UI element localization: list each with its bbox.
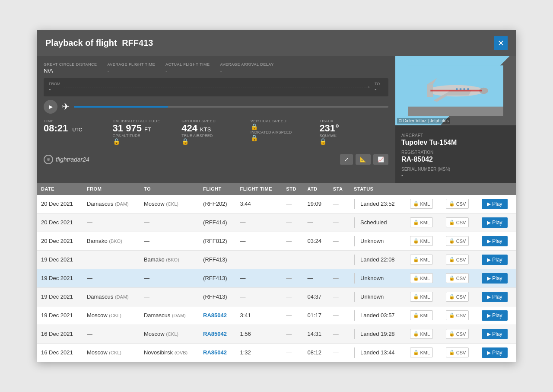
csv-button[interactable]: 🔒 CSV: [446, 292, 469, 302]
kml-button[interactable]: 🔒 KML: [410, 217, 433, 227]
status-text: Landed 23:52: [360, 201, 395, 207]
csv-button[interactable]: 🔒 CSV: [446, 329, 469, 339]
csv-button[interactable]: 🔒 CSV: [446, 236, 469, 246]
kml-button[interactable]: 🔒 KML: [410, 255, 433, 265]
cell-to: Damascus (DAM): [140, 306, 199, 325]
cell-date: 20 Dec 2021: [37, 213, 83, 232]
cell-flight: RA85042: [199, 325, 235, 343]
cell-std: —: [282, 195, 303, 214]
table-row: 20 Dec 2021 Bamako (BKO) — (RFF812) — — …: [37, 232, 516, 250]
true-airspeed-label: TRUE AIRSPEED: [181, 134, 247, 138]
route-to-value: -: [375, 86, 383, 93]
avg-arrival-label: AVERAGE ARRIVAL DELAY: [220, 62, 273, 67]
kml-button[interactable]: 🔒 KML: [410, 329, 433, 339]
route-from-label: FROM: [49, 82, 60, 86]
true-airspeed-lock-icon: 🔒: [181, 138, 247, 145]
cell-play: ▶ Play: [477, 213, 516, 232]
play-button[interactable]: ▶ Play: [482, 310, 508, 321]
vertical-speed-label: VERTICAL SPEED: [251, 119, 316, 123]
chart-button[interactable]: 📈: [373, 154, 388, 165]
squawk-label: SQUAWK: [319, 134, 385, 138]
csv-button[interactable]: 🔒 CSV: [446, 199, 469, 209]
time-block: TIME 08:21 UTC: [44, 117, 113, 135]
kml-lock-icon: 🔒: [413, 238, 419, 244]
cell-date: 19 Dec 2021: [37, 250, 83, 269]
flight-link[interactable]: RA85042: [203, 312, 227, 319]
cell-atd: 03:24: [303, 232, 328, 250]
reset-view-button[interactable]: ⤢: [340, 154, 353, 165]
cell-flight: (RFF413): [199, 250, 235, 269]
cell-atd: —: [303, 250, 328, 269]
play-button[interactable]: ▶ Play: [482, 217, 508, 228]
serial-label: SERIAL NUMBER (MSN): [401, 167, 510, 172]
gps-alt-lock-icon: 🔒: [113, 138, 178, 145]
csv-button[interactable]: 🔒 CSV: [446, 255, 469, 265]
kml-button[interactable]: 🔒 KML: [410, 310, 433, 320]
csv-button[interactable]: 🔒 CSV: [446, 273, 469, 283]
registration-label: REGISTRATION: [401, 150, 510, 155]
cell-to: Moscow (CKL): [140, 195, 199, 214]
calibrated-alt-block: CALIBRATED ALTITUDE 31 975 FT GPS ALTITU…: [113, 117, 182, 147]
cell-to: —: [140, 269, 199, 287]
route-from-value: -: [49, 86, 60, 93]
play-button[interactable]: ▶ Play: [482, 273, 508, 284]
kml-button[interactable]: 🔒 KML: [410, 273, 433, 283]
avg-flight-block: AVERAGE FLIGHT TIME -: [108, 62, 156, 74]
track-label: TRACK: [319, 119, 385, 123]
playback-play-button[interactable]: ▶: [44, 100, 57, 114]
table-row: 19 Dec 2021 Moscow (CKL) Damascus (DAM) …: [37, 306, 516, 325]
flight-link[interactable]: RA85042: [203, 349, 227, 356]
csv-button[interactable]: 🔒 CSV: [446, 217, 469, 227]
kml-button[interactable]: 🔒 KML: [410, 292, 433, 302]
cell-flight-time: 3:41: [236, 306, 282, 325]
registration-value: RA-85042: [401, 156, 510, 163]
play-button[interactable]: ▶ Play: [482, 347, 508, 358]
cell-from: —: [83, 250, 140, 269]
ruler-button[interactable]: 📐: [356, 154, 371, 165]
route-to-section: TO -: [375, 82, 383, 93]
status-text: Landed 03:57: [360, 312, 395, 319]
play-button[interactable]: ▶ Play: [482, 255, 508, 265]
cell-kml: 🔒 KML: [406, 325, 442, 343]
cell-status: Scheduled: [350, 213, 405, 232]
col-atd: ATD: [303, 183, 328, 195]
kml-button[interactable]: 🔒 KML: [410, 236, 433, 246]
cell-sta: —: [329, 250, 350, 269]
flight-number: (RFF413): [203, 275, 227, 281]
indicated-airspeed-lock-icon: 🔒: [251, 134, 316, 141]
telemetry-row: TIME 08:21 UTC CALIBRATED ALTITUDE 31 97…: [44, 117, 388, 147]
cell-from: Damascus (DAM): [83, 195, 140, 214]
status-text: Scheduled: [360, 219, 387, 226]
kml-lock-icon: 🔒: [413, 331, 419, 337]
progress-bar[interactable]: [74, 106, 388, 108]
cell-to: Bamako (BKO): [140, 250, 199, 269]
col-flight: FLIGHT: [199, 183, 235, 195]
playback-controls: ▶ ✈: [44, 100, 388, 114]
cell-std: —: [282, 250, 303, 269]
csv-lock-icon: 🔒: [449, 257, 455, 262]
cell-status: Landed 19:28: [350, 325, 405, 343]
play-button[interactable]: ▶ Play: [482, 199, 508, 209]
csv-button[interactable]: 🔒 CSV: [446, 347, 469, 357]
calibrated-alt-value: 31 975 FT: [113, 123, 178, 134]
cell-csv: 🔒 CSV: [442, 287, 477, 306]
play-button[interactable]: ▶ Play: [482, 236, 508, 246]
cell-play: ▶ Play: [477, 325, 516, 343]
play-button[interactable]: ▶ Play: [482, 292, 508, 302]
kml-button[interactable]: 🔒 KML: [410, 199, 433, 209]
status-text: Unknown: [360, 238, 384, 244]
route-arrow: →: [64, 83, 372, 92]
cell-play: ▶ Play: [477, 306, 516, 325]
play-button[interactable]: ▶ Play: [482, 329, 508, 339]
cell-flight-time: —: [236, 232, 282, 250]
kml-button[interactable]: 🔒 KML: [410, 347, 433, 357]
cell-atd: —: [303, 269, 328, 287]
table-row: 19 Dec 2021 — Bamako (BKO) (RFF413) — — …: [37, 250, 516, 269]
csv-button[interactable]: 🔒 CSV: [446, 310, 469, 320]
cell-std: —: [282, 213, 303, 232]
close-button[interactable]: ✕: [494, 36, 508, 50]
flight-number: RFF413: [122, 38, 153, 48]
cell-from: —: [83, 269, 140, 287]
flight-link[interactable]: RA85042: [203, 331, 227, 337]
cell-atd: 01:17: [303, 306, 328, 325]
